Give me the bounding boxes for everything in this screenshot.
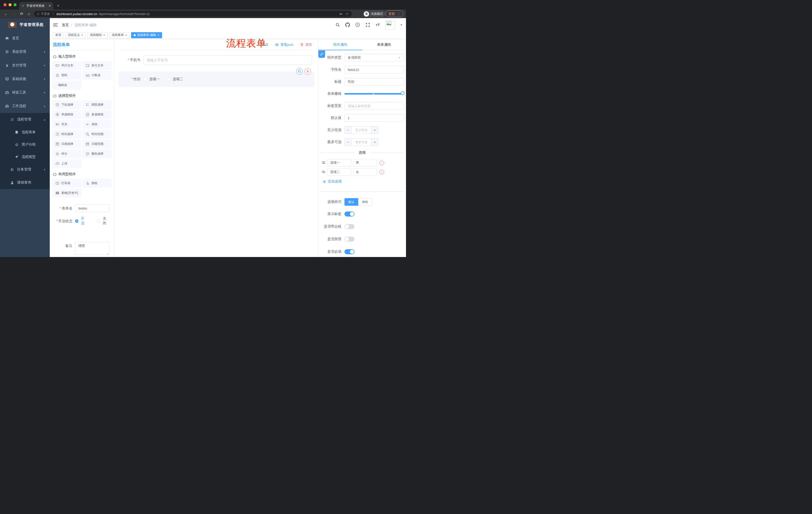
- address-bar[interactable]: ⚠ 不安全 dashboard.yudao.iocoder.cn/bpm/man…: [34, 11, 352, 17]
- minimize-window-button[interactable]: [8, 3, 11, 6]
- option-value-input[interactable]: [353, 168, 377, 176]
- avatar-caret-icon[interactable]: ▼: [400, 24, 403, 26]
- checkbox[interactable]: [167, 77, 170, 81]
- comp-item-select[interactable]: 下拉选择: [52, 100, 81, 109]
- form-remark-textarea[interactable]: 嘿嘿: [75, 242, 109, 255]
- form-name-input[interactable]: [75, 205, 109, 212]
- phone-input[interactable]: [143, 55, 312, 65]
- comp-item-row-container[interactable]: 行容器: [52, 179, 81, 188]
- window-controls[interactable]: [3, 3, 17, 6]
- comp-item-text-input[interactable]: 单行文本: [52, 61, 81, 70]
- option-label-input[interactable]: [327, 168, 351, 176]
- tab-form-props[interactable]: 表单属性: [362, 39, 406, 50]
- tag-close-icon[interactable]: ✕: [125, 34, 127, 36]
- max-select-stepper[interactable]: − +: [344, 138, 378, 146]
- remove-option-button[interactable]: −: [379, 170, 384, 174]
- disabled-toggle[interactable]: [344, 237, 354, 242]
- comp-item-table[interactable]: 表格[开发中]: [52, 189, 81, 197]
- zoom-window-button[interactable]: [13, 3, 17, 6]
- gender-option-1[interactable]: 选项一: [143, 77, 160, 81]
- close-window-button[interactable]: [3, 3, 6, 6]
- sidebar-item-task-management[interactable]: 任务管理 ▾: [0, 163, 50, 176]
- tag-process-form[interactable]: 流程表单 ✕: [109, 32, 129, 38]
- component-type-select[interactable]: 多选框组 ▼: [344, 54, 404, 61]
- canvas-field-phone[interactable]: 手机号: [120, 55, 312, 65]
- tag-close-icon[interactable]: ✕: [157, 34, 159, 36]
- canvas-field-gender-selected[interactable]: 性别 选项一 选项二: [118, 72, 314, 87]
- avatar[interactable]: [385, 20, 395, 30]
- tag-close-icon[interactable]: ✕: [81, 34, 83, 36]
- breadcrumb-home[interactable]: 首页: [62, 23, 69, 27]
- browser-tab[interactable]: 芋道管理系统 ✕: [19, 2, 53, 9]
- view-json-button[interactable]: 查看json: [275, 43, 293, 47]
- logo[interactable]: 芋道管理系统: [0, 18, 50, 31]
- style-button-button[interactable]: 按钮: [358, 198, 372, 206]
- comp-item-password[interactable]: 密码: [52, 71, 81, 80]
- delete-component-button[interactable]: [304, 68, 311, 75]
- tab-close-icon[interactable]: ✕: [49, 4, 51, 7]
- comp-item-upload[interactable]: 上传: [52, 159, 81, 168]
- tag-process-model[interactable]: 流程模型 ✕: [87, 32, 108, 38]
- sidebar-item-payment[interactable]: ¥ 支付管理 ▾: [0, 59, 50, 72]
- status-off-label[interactable]: 关闭: [103, 217, 109, 225]
- sidebar-item-devtools[interactable]: 研发工具 ▾: [0, 86, 50, 99]
- copy-component-button[interactable]: [296, 68, 303, 75]
- sidebar-item-leave-query[interactable]: 请假查询: [0, 176, 50, 189]
- comp-item-time-picker[interactable]: 时间选择: [52, 130, 81, 139]
- add-option-button[interactable]: ⊕ 添加选项: [323, 179, 406, 184]
- tag-home[interactable]: 首页: [53, 32, 64, 38]
- drag-handle-icon[interactable]: [322, 170, 326, 174]
- password-key-icon[interactable]: [339, 12, 343, 16]
- sidebar-item-process-management[interactable]: 流程管理 ▴: [0, 113, 50, 126]
- status-on-label[interactable]: 开启: [81, 217, 87, 225]
- checkbox[interactable]: [143, 77, 147, 81]
- comp-item-counter[interactable]: 123 计数器: [82, 71, 112, 80]
- tab-component-props[interactable]: 组件属性: [318, 39, 362, 50]
- sidebar-item-process-form[interactable]: 流程表单: [0, 126, 50, 138]
- comp-item-button[interactable]: 按钮: [82, 179, 112, 188]
- comp-item-slider[interactable]: 滑块: [82, 120, 112, 129]
- comp-item-switch[interactable]: 开关: [52, 120, 81, 129]
- sidebar-item-process-model[interactable]: 流程模型: [0, 151, 50, 163]
- sidebar-item-workflow[interactable]: 工作流程 ▴: [0, 99, 50, 113]
- clear-button[interactable]: 清空: [300, 43, 312, 47]
- decrease-button[interactable]: −: [345, 127, 351, 134]
- slider-handle[interactable]: [401, 91, 405, 95]
- home-button[interactable]: ⌂: [28, 11, 30, 16]
- save-button[interactable]: ✓ 保存: [257, 43, 268, 47]
- decrease-button[interactable]: −: [345, 139, 351, 145]
- form-grid-slider[interactable]: [344, 90, 404, 98]
- default-value-input[interactable]: [344, 114, 404, 122]
- comp-item-editor[interactable]: 编辑器: [52, 81, 81, 89]
- max-select-input[interactable]: [351, 139, 371, 145]
- sidebar-item-infra[interactable]: 基础设施 ▾: [0, 72, 50, 86]
- tag-process-form-edit[interactable]: 流程表单-编辑 ✕: [131, 32, 162, 38]
- option-label-input[interactable]: [327, 159, 351, 166]
- tag-process-definition[interactable]: 流程定义 ✕: [65, 32, 86, 38]
- new-tab-button[interactable]: +: [57, 2, 60, 9]
- label-width-input[interactable]: [344, 102, 404, 110]
- comp-item-rate[interactable]: 评分: [52, 150, 81, 158]
- field-link-tab[interactable]: [318, 51, 325, 58]
- help-icon[interactable]: ?: [355, 22, 360, 27]
- forward-button[interactable]: →: [12, 11, 16, 16]
- update-browser-button[interactable]: 更新 ⋮: [385, 10, 404, 17]
- tag-close-icon[interactable]: ✕: [103, 34, 105, 36]
- style-default-button[interactable]: 默认: [344, 198, 358, 206]
- status-off-radio[interactable]: [97, 219, 100, 223]
- comp-item-radio-group[interactable]: 单选框组: [52, 110, 81, 119]
- remove-option-button[interactable]: −: [379, 160, 384, 165]
- increase-button[interactable]: +: [371, 139, 378, 145]
- sidebar-item-home[interactable]: 首页: [0, 31, 50, 45]
- search-icon[interactable]: [335, 22, 340, 27]
- sidebar-item-user-group[interactable]: 用户分组: [0, 138, 50, 151]
- reload-button[interactable]: ⟳: [20, 11, 23, 16]
- sidebar-item-system[interactable]: 系统管理 ▾: [0, 45, 50, 59]
- font-size-icon[interactable]: ᴛT: [375, 22, 380, 27]
- comp-item-checkbox-group[interactable]: 多选框组: [82, 110, 112, 119]
- comp-item-cascader[interactable]: 级联选择: [82, 100, 112, 109]
- min-select-stepper[interactable]: − +: [344, 126, 378, 134]
- comp-item-color-picker[interactable]: 颜色选择: [82, 150, 112, 158]
- comp-item-textarea[interactable]: 多行文本: [82, 61, 112, 70]
- sidebar-toggle-icon[interactable]: [53, 23, 58, 27]
